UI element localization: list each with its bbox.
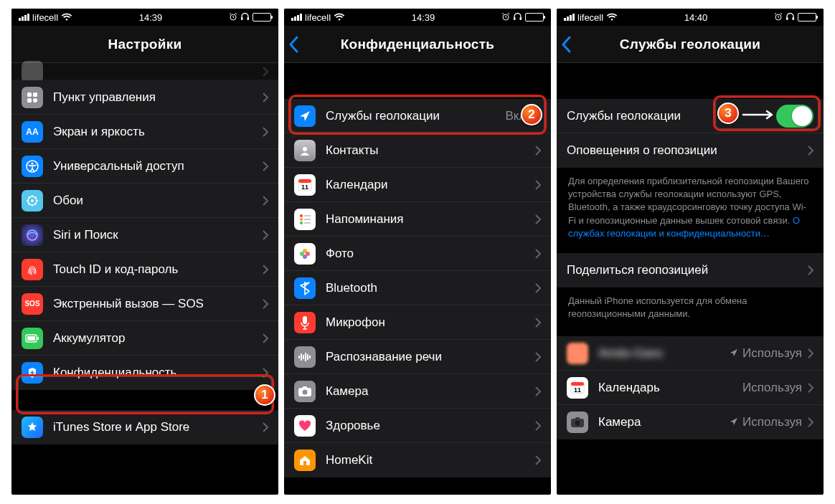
battery-icon [253,13,271,22]
row-itunes[interactable]: iTunes Store и App Store [11,410,278,444]
clock: 14:39 [412,12,435,23]
row-control-center[interactable]: Пункт управления [11,80,278,115]
row-label: Службы геолокации [326,109,505,123]
sos-icon: SOS [22,293,43,315]
chevron-right-icon [535,455,541,465]
chevron-right-icon [808,417,813,427]
privacy-icon [22,362,43,384]
row-label: Контакты [326,143,535,158]
back-button[interactable] [288,26,298,62]
chevron-right-icon [535,352,541,362]
svg-rect-27 [304,222,311,224]
svg-rect-33 [298,356,300,358]
row-camera[interactable]: Камера [284,374,551,409]
row-bluetooth[interactable]: Bluetooth [284,271,551,305]
row-siri[interactable]: Siri и Поиск [11,218,278,252]
row-app-calendar[interactable]: 11 Календарь Используя [557,371,824,405]
row-label: Календари [326,178,535,192]
svg-rect-16 [514,17,516,20]
chevron-right-icon [808,383,813,393]
svg-point-40 [303,389,308,394]
chevron-right-icon [263,422,268,432]
svg-rect-37 [307,354,308,360]
wifi-icon [334,13,345,22]
row-microphone[interactable]: Микрофон [284,305,551,340]
bluetooth-icon [294,277,316,299]
row-label: Микрофон [326,315,535,330]
microphone-icon [294,312,316,333]
clock: 14:39 [139,12,163,23]
svg-point-24 [300,222,303,224]
chevron-right-icon [808,146,813,156]
row-label: Bluetooth [326,281,535,295]
chevron-right-icon [263,161,268,171]
row-label: HomeKit [326,453,535,467]
row-app-blurred[interactable]: Amdo-Ganc Используя [557,336,824,371]
row-contacts[interactable]: Контакты [284,133,551,168]
row-battery[interactable]: Аккумулятор [11,321,278,356]
svg-point-10 [31,199,34,202]
nav-header: Настройки [11,26,278,63]
svg-rect-35 [303,355,304,359]
back-button[interactable] [561,26,571,62]
svg-rect-1 [241,17,243,20]
svg-rect-13 [37,337,39,340]
row-share-location[interactable]: Поделиться геопозицией [557,253,824,287]
row-photos[interactable]: Фото [284,237,551,271]
row-label: Экран и яркость [53,125,263,139]
row-location-alerts[interactable]: Оповещения о геопозиции [557,133,824,168]
svg-point-23 [300,218,303,221]
row-label: Универсальный доступ [53,159,263,173]
row-app-camera[interactable]: Камера Используя [557,405,824,439]
row-accessibility[interactable]: Универсальный доступ [11,149,278,184]
homekit-icon [294,450,316,471]
location-icon [294,105,316,127]
chevron-right-icon [263,230,268,240]
row-label: iTunes Store и App Store [53,420,263,434]
row-label: Службы геолокации [567,109,776,123]
row-label: Камера [598,415,730,429]
svg-rect-51 [575,417,580,419]
appstore-icon [22,417,43,438]
svg-rect-2 [247,17,249,20]
svg-rect-47 [571,382,584,386]
svg-rect-41 [303,386,307,389]
row-label: Amdo-Ganc [598,346,730,361]
row-partial[interactable] [11,63,278,80]
row-location-toggle[interactable]: Службы геолокации [557,99,824,133]
headphones-icon [513,12,522,23]
alarm-icon [501,12,510,23]
accessibility-icon [22,156,43,177]
row-label: Напоминания [326,212,535,227]
row-touchid[interactable]: Touch ID и код-пароль [11,252,278,287]
svg-point-18 [303,147,307,151]
svg-point-8 [31,162,33,164]
screenshot-privacy: lifecell 14:39 Конфиденциальность Службы… [284,9,551,495]
row-wallpaper[interactable]: Обои [11,184,278,218]
row-label: Фото [326,247,535,261]
row-speech[interactable]: Распознавание речи [284,340,551,374]
svg-point-31 [300,252,304,256]
row-sos[interactable]: SOS Экстренный вызов — SOS [11,287,278,321]
svg-rect-14 [27,336,35,341]
svg-rect-20 [298,179,311,183]
row-label: Аккумулятор [53,331,263,346]
row-label: Распознавание речи [326,350,535,364]
row-privacy[interactable]: Конфиденциальность [11,356,278,390]
row-location-services[interactable]: Службы геолокации Вкл. [284,99,551,133]
chevron-right-icon [535,214,541,224]
app-icon [567,343,588,364]
display-icon: AA [22,121,43,143]
row-reminders[interactable]: Напоминания [284,202,551,237]
row-calendars[interactable]: 11 Календари [284,168,551,202]
wifi-icon [606,13,618,22]
row-label: Touch ID и код-пароль [53,262,263,277]
nav-header: Службы геолокации [557,26,824,63]
row-health[interactable]: Здоровье [284,409,551,443]
row-display[interactable]: AA Экран и яркость [11,115,278,149]
speech-icon [294,346,316,368]
chevron-right-icon [263,368,268,378]
location-toggle[interactable] [776,105,813,128]
row-homekit[interactable]: HomeKit [284,443,551,477]
carrier-label: lifecell [32,12,58,23]
